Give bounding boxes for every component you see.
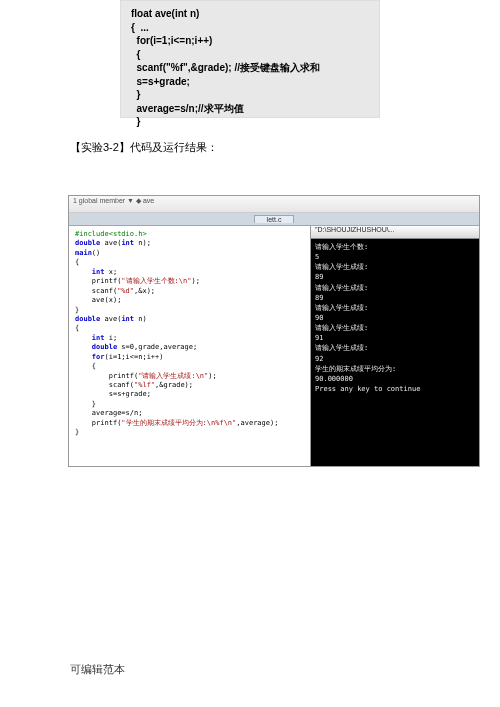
ide-tab-file[interactable]: lett.c xyxy=(254,215,295,223)
source-code: #include<stdio.h> double ave(int n); mai… xyxy=(75,230,304,438)
code-editor[interactable]: #include<stdio.h> double ave(int n); mai… xyxy=(69,226,311,466)
terminal-title: "D:\SHOUJIZHUSHOU\... xyxy=(311,226,479,239)
ide-body: #include<stdio.h> double ave(int n); mai… xyxy=(69,226,479,466)
terminal-window: "D:\SHOUJIZHUSHOU\... 请输入学生个数: 5 请输入学生成绩… xyxy=(311,226,479,466)
page-footer: 可编辑范本 xyxy=(70,662,125,677)
code-snippet-box: float ave(int n) { ... for(i=1;i<=n;i++)… xyxy=(120,0,380,118)
ide-toolbar: 1 global member ▼ ◆ ave xyxy=(69,196,479,213)
experiment-caption: 【实验3-2】代码及运行结果： xyxy=(70,140,218,155)
ide-window: 1 global member ▼ ◆ ave lett.c #include<… xyxy=(68,195,480,467)
ide-tabbar: lett.c xyxy=(69,213,479,226)
terminal-body: 请输入学生个数: 5 请输入学生成绩: 89 请输入学生成绩: 89 请输入学生… xyxy=(311,239,479,466)
code-snippet: float ave(int n) { ... for(i=1;i<=n;i++)… xyxy=(131,7,369,129)
terminal-output: 请输入学生个数: 5 请输入学生成绩: 89 请输入学生成绩: 89 请输入学生… xyxy=(315,242,475,394)
